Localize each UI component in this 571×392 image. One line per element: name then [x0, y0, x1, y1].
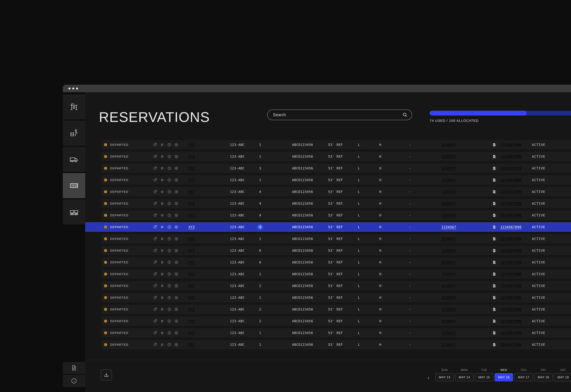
tag-icon[interactable] [153, 249, 157, 253]
table-row[interactable]: DEPARTED XYZ 123-ABC 2 ABCD123456 53' RE… [101, 305, 571, 314]
table-row[interactable]: DEPARTED XYZ 123-ABC 1 ABCD123456 53' RE… [101, 234, 571, 243]
document-link[interactable]: 1234567890 [500, 225, 521, 229]
document-link[interactable]: 1234567890 [500, 249, 521, 252]
sidebar-item-crane[interactable] [63, 94, 85, 119]
swap-icon[interactable] [160, 260, 164, 264]
cancel-icon[interactable] [174, 249, 178, 253]
booking-link[interactable]: 1234567 [441, 178, 456, 182]
clock-icon[interactable] [167, 166, 171, 170]
booking-link[interactable]: 1234567 [441, 296, 456, 300]
document-icon[interactable] [492, 178, 496, 182]
carrier-link[interactable]: XYZ [188, 190, 195, 194]
booking-link[interactable]: 1234567 [441, 154, 456, 158]
tag-icon[interactable] [153, 143, 157, 147]
document-link[interactable]: 1234567890 [500, 284, 521, 288]
table-row[interactable]: DEPARTED XYZ 123-ABC 1 ABCD123456 53' RE… [101, 269, 571, 279]
download-button[interactable] [101, 369, 112, 381]
document-link[interactable]: 1234567890 [500, 202, 521, 206]
table-row[interactable]: DEPARTED XYZ 123-ABC 0 ABCD123456 53' RE… [101, 246, 571, 255]
table-row[interactable]: DEPARTED XYZ 123-ABC 4 ABCD123456 53' RE… [101, 210, 571, 220]
document-icon[interactable] [492, 237, 496, 241]
cancel-icon[interactable] [174, 201, 178, 206]
clock-icon[interactable] [167, 225, 171, 229]
document-icon[interactable] [492, 225, 496, 229]
tag-icon[interactable] [153, 272, 157, 276]
swap-icon[interactable] [160, 143, 164, 147]
carrier-link[interactable]: XYZ [188, 202, 195, 206]
tag-icon[interactable] [153, 319, 157, 323]
cancel-icon[interactable] [174, 237, 178, 241]
document-icon[interactable] [492, 319, 496, 323]
tag-icon[interactable] [153, 213, 157, 217]
carrier-link[interactable]: XYZ [188, 237, 195, 241]
table-row[interactable]: DEPARTED XYZ 123-ABC 1 ABCD123456 53' RE… [101, 340, 571, 349]
booking-link[interactable]: 1234567 [441, 319, 456, 323]
document-link[interactable]: 1234567890 [500, 178, 521, 182]
booking-link[interactable]: 1234567 [441, 331, 456, 335]
booking-link[interactable]: 1234567 [441, 343, 456, 347]
carrier-link[interactable]: XYZ [188, 331, 195, 335]
swap-icon[interactable] [160, 331, 164, 335]
sidebar-item-documents[interactable] [63, 362, 85, 374]
booking-link[interactable]: 1234567 [441, 166, 456, 170]
table-row[interactable]: DEPARTED XYZ 123-ABC 0 ABCD123456 53' RE… [101, 258, 571, 267]
booking-link[interactable]: 1234567 [441, 225, 456, 229]
table-row[interactable]: DEPARTED XYZ 123-ABC 1 ABCD123456 53' RE… [101, 140, 571, 149]
document-link[interactable]: 1234567890 [500, 190, 521, 194]
cancel-icon[interactable] [174, 343, 178, 347]
document-icon[interactable] [492, 295, 496, 300]
date-button[interactable]: MAY 16 [495, 373, 513, 381]
document-link[interactable]: 1234567890 [500, 154, 521, 158]
cancel-icon[interactable] [174, 319, 178, 323]
document-icon[interactable] [492, 213, 496, 217]
table-row[interactable]: DEPARTED XYZ 123-ABC 1 ABCD123456 53' RE… [101, 293, 571, 302]
table-row[interactable]: DEPARTED XYZ 123-ABC 1 ABCD123456 53' RE… [101, 328, 571, 337]
carrier-link[interactable]: XYZ [188, 272, 195, 276]
tag-icon[interactable] [153, 284, 157, 288]
booking-link[interactable]: 1234567 [441, 308, 456, 311]
document-icon[interactable] [492, 343, 496, 347]
search-icon[interactable] [402, 112, 408, 118]
clock-icon[interactable] [167, 143, 171, 147]
date-button[interactable]: MAY 13 [435, 373, 454, 381]
document-icon[interactable] [492, 143, 496, 147]
booking-link[interactable]: 1234567 [441, 190, 456, 194]
window-titlebar[interactable] [63, 85, 571, 92]
tag-icon[interactable] [153, 343, 157, 347]
cancel-icon[interactable] [174, 331, 178, 335]
swap-icon[interactable] [160, 190, 164, 194]
booking-link[interactable]: 1234567 [441, 272, 456, 276]
document-icon[interactable] [492, 190, 496, 194]
clock-icon[interactable] [167, 307, 171, 311]
tag-icon[interactable] [153, 190, 157, 194]
table-row[interactable]: DEPARTED XYZ 123-ABC 2 ABCD123456 53' RE… [101, 316, 571, 326]
tag-icon[interactable] [153, 225, 157, 229]
swap-icon[interactable] [160, 295, 164, 300]
booking-link[interactable]: 1234567 [441, 249, 456, 252]
table-row[interactable]: DEPARTED XYZ 123-ABC 1 ABCD123456 53' RE… [101, 152, 571, 161]
tag-icon[interactable] [153, 331, 157, 335]
carrier-link[interactable]: XYZ [188, 284, 195, 288]
document-link[interactable]: 1234567890 [500, 260, 521, 264]
date-button[interactable]: MAY 17 [514, 373, 533, 381]
clock-icon[interactable] [167, 319, 171, 323]
swap-icon[interactable] [160, 249, 164, 253]
document-link[interactable]: 1234567890 [500, 296, 521, 300]
cancel-icon[interactable] [174, 260, 178, 264]
search-input[interactable] [267, 110, 412, 120]
date-button[interactable]: MAY 14 [455, 373, 474, 381]
swap-icon[interactable] [160, 237, 164, 241]
tag-icon[interactable] [153, 154, 157, 159]
clock-icon[interactable] [167, 237, 171, 241]
window-control-dot[interactable] [76, 87, 78, 89]
document-icon[interactable] [492, 260, 496, 264]
document-icon[interactable] [492, 249, 496, 253]
booking-link[interactable]: 1234567 [441, 202, 456, 206]
window-control-dot[interactable] [72, 87, 74, 89]
carrier-link[interactable]: XYZ [188, 249, 195, 252]
carrier-link[interactable]: XYZ [188, 143, 195, 147]
swap-icon[interactable] [160, 225, 164, 229]
table-row[interactable]: DEPARTED XYZ 123-ABC 4 ABCD123456 53' RE… [101, 199, 571, 208]
clock-icon[interactable] [167, 190, 171, 194]
search-box[interactable] [267, 110, 412, 120]
